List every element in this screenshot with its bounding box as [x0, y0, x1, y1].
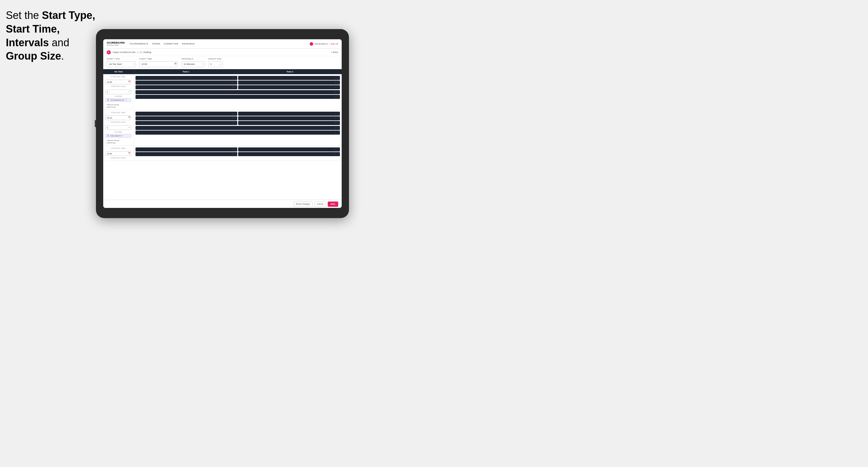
- g2-sub-player-handle-1: ⋮: [337, 127, 339, 129]
- nav-tournaments[interactable]: TOURNAMENTS: [129, 42, 148, 45]
- start-type-select[interactable]: 1st Tee Start: [107, 61, 136, 67]
- player-x-2-3[interactable]: ×: [335, 86, 336, 88]
- g2-player-input-2-2[interactable]: [239, 118, 335, 119]
- tee-group-3-right: × ⋮ × ⋮: [134, 146, 342, 161]
- g2-sub-player-input-1[interactable]: [137, 127, 335, 129]
- g3-player-handle-2-2: ⋮: [337, 153, 339, 155]
- save-button[interactable]: Save: [328, 201, 338, 207]
- starting-hole-select-2[interactable]: 1: [105, 125, 131, 130]
- g2-player-x-2-1[interactable]: ×: [335, 113, 336, 115]
- player-x-1-1[interactable]: ×: [232, 77, 234, 79]
- player-input-1-2[interactable]: [137, 82, 232, 84]
- nav-teams[interactable]: TEAMS: [152, 42, 160, 45]
- g3-player-x-2-2[interactable]: ×: [335, 153, 336, 155]
- sub-player-actions-1-2: × ⋮: [335, 96, 339, 98]
- remove-group-label-2: Remove Group: [107, 139, 119, 141]
- g2-sub-player-row-2: × ⋮: [135, 130, 340, 135]
- player-input-2-3[interactable]: [239, 86, 335, 88]
- course-remove-1[interactable]: ×: [125, 99, 126, 101]
- g2-player-x-1-3[interactable]: ×: [232, 122, 234, 124]
- sign-out-link[interactable]: Sign out: [331, 43, 338, 45]
- g2-player-input-1-2[interactable]: [137, 118, 232, 119]
- sub-player-x-1-2[interactable]: ×: [335, 96, 336, 98]
- remove-group-btn-1[interactable]: ○ Remove Group: [105, 104, 131, 105]
- back-button[interactable]: < Back: [331, 51, 338, 54]
- starting-time-input-1[interactable]: [105, 80, 131, 84]
- g2-player-row-2-2: × ⋮: [238, 116, 340, 120]
- player-input-2-1[interactable]: [239, 77, 335, 79]
- player-x-1-2[interactable]: ×: [232, 82, 234, 84]
- player-input-2-2[interactable]: [239, 82, 335, 84]
- g3-player-input-2-2[interactable]: [239, 153, 335, 155]
- start-time-input[interactable]: [139, 61, 178, 67]
- g2-player-x-1-1[interactable]: ×: [232, 113, 234, 115]
- sub-player-row-1-1: × ⋮: [135, 90, 340, 94]
- player-row-2-1: × ⋮: [238, 76, 340, 80]
- sub-player-x-1-1[interactable]: ×: [335, 91, 336, 93]
- course-remove-2[interactable]: ×: [122, 135, 123, 137]
- g3-player-x-1-2[interactable]: ×: [232, 153, 234, 155]
- g2-player-input-1-1[interactable]: [137, 113, 232, 115]
- g2-player-x-2-2[interactable]: ×: [335, 118, 336, 119]
- starting-time-wrap-2: [105, 115, 131, 120]
- course-icon-2: 🏌: [107, 135, 110, 137]
- g3-player-actions-1-1: × ⋮: [232, 148, 236, 150]
- player-x-1-3[interactable]: ×: [232, 86, 234, 88]
- intervals-select[interactable]: 10 Minutes: [182, 61, 205, 67]
- starting-time-input-3[interactable]: [105, 151, 131, 156]
- remove-group-btn-2[interactable]: ○ Remove Group: [105, 139, 131, 141]
- g2-sub-player-x-1[interactable]: ×: [335, 127, 336, 129]
- group-size-group: Group Size 3: [208, 58, 223, 67]
- g2-player-handle-2-1: ⋮: [337, 113, 339, 115]
- g2-player-input-2-3[interactable]: [239, 122, 335, 124]
- player-input-1-1[interactable]: [137, 77, 232, 79]
- tee-group-3: STARTING TIME: STARTING HOLE:: [103, 146, 342, 161]
- sub-player-input-1-2[interactable]: [137, 96, 335, 98]
- g2-player-input-2-1[interactable]: [239, 113, 335, 115]
- course-name-1: (A) Peachtree GC: [111, 99, 124, 101]
- g3-player-input-1-2[interactable]: [137, 153, 232, 155]
- player-input-1-3[interactable]: [137, 86, 232, 88]
- tee-group-1-left: STARTING TIME: STARTING HOLE: 1 COURSE:: [103, 74, 134, 110]
- team2-slot-3: × ⋮ × ⋮: [238, 148, 340, 156]
- reset-changes-button[interactable]: Reset Changes: [293, 201, 313, 207]
- breadcrumb-tournament[interactable]: Clippd Invitational (Me...): [113, 51, 138, 54]
- add-group-btn-2[interactable]: + Add Group: [105, 142, 131, 144]
- g2-sub-player-x-2[interactable]: ×: [335, 132, 336, 133]
- start-time-group: Start Time: [139, 58, 178, 67]
- g3-player-x-1-1[interactable]: ×: [232, 149, 234, 150]
- cancel-button[interactable]: Cancel: [314, 201, 326, 207]
- tee-group-2: STARTING TIME: STARTING HOLE: 1 COURSE:: [103, 110, 342, 146]
- course-label-2: COURSE:: [105, 131, 131, 133]
- g2-player-x-1-2[interactable]: ×: [232, 118, 234, 119]
- tee-group-1-right: × ⋮ × ⋮: [134, 74, 342, 110]
- g3-player-row-1-2: × ⋮: [135, 152, 237, 156]
- g2-player-input-1-3[interactable]: [137, 122, 232, 124]
- player-x-2-2[interactable]: ×: [335, 82, 336, 84]
- sub-player-input-1-1[interactable]: [137, 91, 335, 93]
- player-x-2-1[interactable]: ×: [335, 77, 336, 79]
- player-actions-2-3: × ⋮: [335, 86, 339, 88]
- player-handle-2-3: ⋮: [337, 86, 339, 88]
- subteam1-slot-1: × ⋮ × ⋮: [135, 90, 340, 99]
- g2-sub-player-input-2[interactable]: [137, 132, 335, 133]
- course-icon-1: 🏌: [107, 99, 110, 101]
- g3-player-input-1-1[interactable]: [137, 149, 232, 150]
- starting-time-input-2[interactable]: [105, 116, 131, 120]
- g3-player-input-2-1[interactable]: [239, 149, 335, 150]
- footer-bar: Reset Changes Cancel Save: [103, 200, 342, 208]
- nav-committee[interactable]: COMMITTEE: [164, 42, 179, 45]
- add-group-btn-1[interactable]: + Add Group: [105, 106, 131, 108]
- group-size-select[interactable]: 3: [208, 61, 223, 67]
- g3-player-x-2-1[interactable]: ×: [335, 149, 336, 150]
- navbar: SCOREBOARD Powered by clippd TOURNAMENTS…: [103, 39, 342, 49]
- g2-player-handle-2-2: ⋮: [337, 117, 339, 119]
- starting-time-wrap-1: [105, 79, 131, 85]
- starting-hole-select-1[interactable]: 1: [105, 90, 131, 94]
- nav-rankings[interactable]: RANKINGS: [182, 42, 195, 45]
- player-actions-1-3: × ⋮: [232, 86, 236, 88]
- player-handle-1-3: ⋮: [235, 86, 236, 88]
- g2-player-row-2-1: × ⋮: [238, 112, 340, 116]
- g2-player-x-2-3[interactable]: ×: [335, 122, 336, 124]
- breadcrumb-separator: >: [139, 50, 142, 55]
